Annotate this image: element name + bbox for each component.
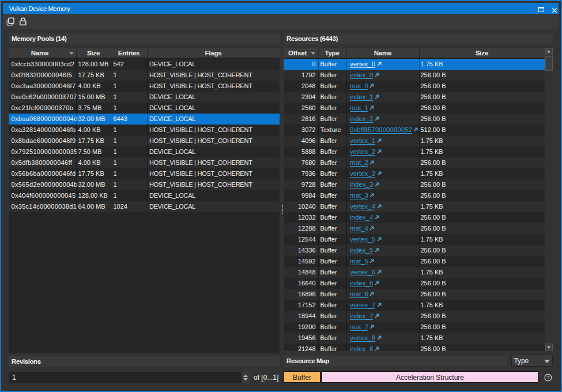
svg-text:?: ? [546, 375, 549, 380]
